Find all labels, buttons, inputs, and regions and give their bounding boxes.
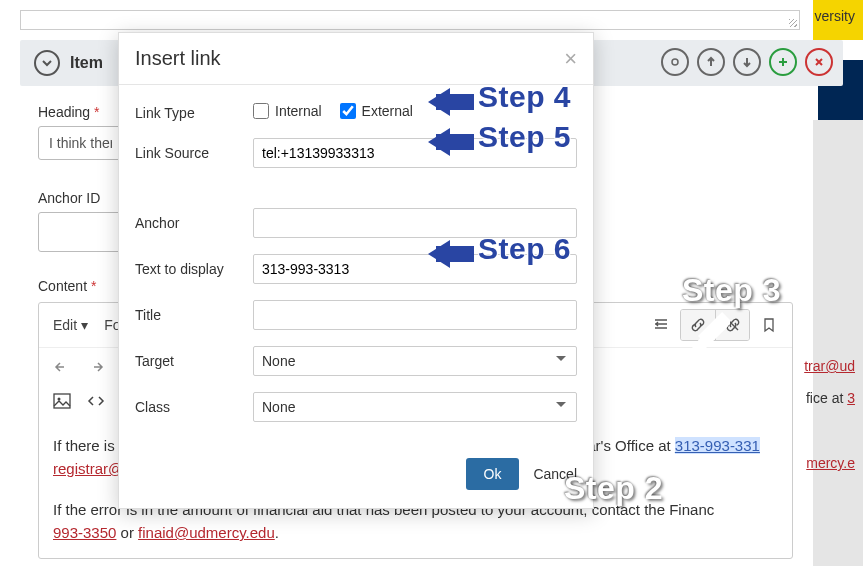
code-icon [87, 392, 105, 410]
target-select[interactable]: None [253, 346, 577, 376]
svg-rect-6 [700, 471, 745, 504]
title-input[interactable] [253, 300, 577, 330]
plus-icon [777, 56, 789, 68]
move-up-button[interactable] [697, 48, 725, 76]
internal-checkbox[interactable] [253, 103, 269, 119]
text-span: ar's Office at [587, 437, 675, 454]
anchor-id-input[interactable] [38, 212, 123, 252]
redo-button[interactable] [81, 354, 111, 380]
arrow-down-icon [741, 56, 753, 68]
top-textarea[interactable] [20, 10, 800, 30]
code-button[interactable] [81, 388, 111, 414]
internal-checkbox-label[interactable]: Internal [253, 103, 322, 119]
external-checkbox[interactable] [340, 103, 356, 119]
redo-icon [87, 358, 105, 376]
heading-input[interactable] [38, 126, 123, 160]
ok-button[interactable]: Ok [466, 458, 520, 490]
arrow-up-icon [705, 56, 717, 68]
svg-point-0 [672, 59, 678, 65]
title-field-label: Title [135, 307, 253, 323]
caret-down-icon: ▾ [81, 317, 88, 333]
annotation-step3: Step 3 [682, 272, 781, 309]
item-title: Item [70, 54, 103, 72]
move-down-button[interactable] [733, 48, 761, 76]
annotation-step4: Step 4 [478, 80, 571, 114]
right-link-mercy[interactable]: mercy.e [806, 455, 855, 471]
class-label: Class [135, 399, 253, 415]
text-display-label: Text to display [135, 261, 253, 277]
bookmark-icon [760, 316, 778, 334]
modal-close-button[interactable]: × [564, 48, 577, 70]
link-source-label: Link Source [135, 145, 253, 161]
annotation-step2: Step 2 [564, 470, 663, 507]
annotation-arrow-step2 [696, 454, 766, 507]
modal-title: Insert link [135, 47, 221, 70]
edit-menu[interactable]: Edit ▾ [47, 313, 94, 337]
right-link-trar[interactable]: trar@ud [804, 358, 855, 374]
text-span: If there is a [53, 437, 127, 454]
phone-link-993[interactable]: 993-3350 [53, 524, 116, 541]
selected-phone[interactable]: 313-993-331 [675, 437, 760, 454]
collapse-toggle[interactable] [34, 50, 60, 76]
decorative-gray [813, 120, 863, 566]
annotation-step5: Step 5 [478, 120, 571, 154]
text-span: or [116, 524, 138, 541]
undo-button[interactable] [47, 354, 77, 380]
bookmark-button[interactable] [754, 312, 784, 338]
email-link-finaid[interactable]: finaid@udmercy.edu [138, 524, 275, 541]
right-link-3[interactable]: 3 [847, 390, 855, 406]
add-button[interactable] [769, 48, 797, 76]
indent-icon [652, 316, 670, 334]
annotation-step6: Step 6 [478, 232, 571, 266]
x-icon [813, 56, 825, 68]
svg-rect-1 [54, 394, 70, 408]
external-checkbox-label[interactable]: External [340, 103, 413, 119]
image-icon [53, 392, 71, 410]
undo-icon [53, 358, 71, 376]
image-button[interactable] [47, 388, 77, 414]
right-text-fice: fice at 3 [806, 390, 855, 406]
target-label: Target [135, 353, 253, 369]
text-span: . [275, 524, 279, 541]
chevron-down-icon [41, 57, 53, 69]
annotation-arrow-step3 [670, 312, 730, 371]
action-button-1[interactable] [661, 48, 689, 76]
right-text-versity: versity [815, 8, 855, 24]
svg-point-2 [58, 398, 61, 401]
link-type-label: Link Type [135, 105, 253, 121]
close-icon: × [564, 46, 577, 71]
delete-button[interactable] [805, 48, 833, 76]
anchor-label: Anchor [135, 215, 253, 231]
class-select[interactable]: None [253, 392, 577, 422]
